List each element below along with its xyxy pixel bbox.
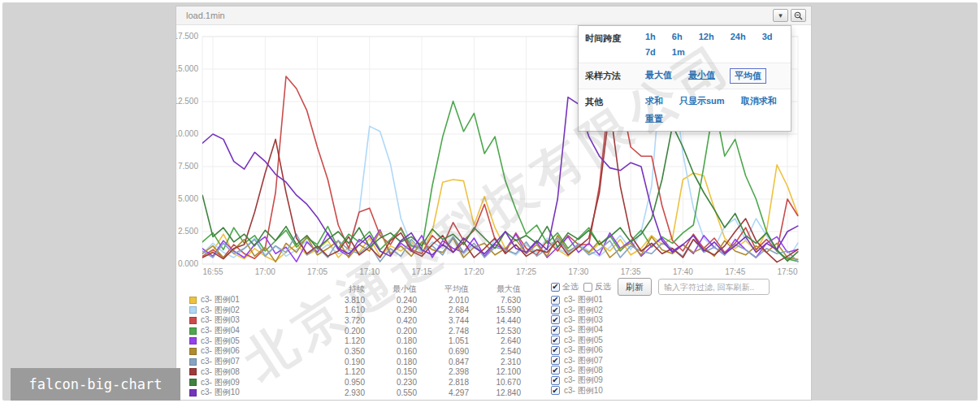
svg-text:17:00: 17:00: [255, 267, 275, 276]
series-checkbox[interactable]: ✔: [551, 386, 560, 395]
series-name: c3- 图例10: [201, 387, 240, 398]
legend-row: c3- 图例033.7200.4203.74414.440: [188, 315, 526, 326]
legend-stat-value: 0.350: [318, 347, 370, 356]
series-checkbox[interactable]: ✔: [551, 306, 560, 314]
options-dropdown-button[interactable]: ▾: [773, 9, 788, 22]
legend-stat-value: 3.810: [318, 296, 370, 305]
popover-link-1h[interactable]: 1h: [644, 31, 657, 42]
svg-text:17:50: 17:50: [777, 267, 797, 276]
legend-header-持续: 持续: [318, 284, 370, 295]
legend-stat-value: 0.690: [422, 347, 474, 356]
legend-stat-value: 2.818: [422, 378, 474, 387]
series-checkbox[interactable]: ✔: [551, 336, 560, 344]
legend-stat-value: 0.160: [370, 347, 422, 356]
series-toggle-item: ✔c3- 图例09: [551, 375, 603, 385]
svg-text:5.000: 5.000: [178, 194, 198, 203]
series-toggle-item: ✔c3- 图例10: [551, 386, 603, 396]
legend-stat-value: 0.180: [370, 336, 422, 345]
series-color-swatch: [189, 348, 197, 355]
popover-link-12h[interactable]: 12h: [697, 31, 716, 42]
series-checkbox[interactable]: ✔: [551, 366, 560, 375]
zoom-button[interactable]: [791, 9, 806, 22]
popover-link-只显示sum[interactable]: 只显示sum: [678, 94, 726, 108]
popover-row-1: 采样方法最大值最小值平均值: [579, 63, 791, 89]
series-toggle-item: ✔c3- 图例03: [551, 315, 603, 325]
svg-text:15.000: 15.000: [176, 64, 198, 73]
series-checkbox[interactable]: ✔: [551, 346, 560, 355]
legend-stat-value: 0.420: [370, 316, 422, 325]
series-toggle-item: ✔c3- 图例05: [551, 336, 603, 345]
series-checkbox[interactable]: ✔: [551, 376, 560, 385]
legend-stat-value: 0.190: [318, 358, 370, 366]
series-checkbox[interactable]: ✔: [551, 296, 560, 305]
svg-text:17:40: 17:40: [673, 267, 693, 276]
legend-name-cell: c3- 图例10: [188, 387, 318, 398]
series-color-swatch: [189, 317, 197, 324]
popover-link-重置[interactable]: 重置: [644, 112, 665, 126]
legend-stat-value: 4.297: [422, 388, 474, 397]
svg-text:17:05: 17:05: [307, 267, 327, 276]
legend-stat-value: 0.230: [370, 378, 422, 387]
legend-stat-value: 0.180: [370, 358, 422, 366]
popover-link-最大值[interactable]: 最大值: [644, 68, 674, 84]
popover-links: 1h6h12h24h3d7d1m: [644, 31, 784, 58]
popover-link-3d[interactable]: 3d: [761, 31, 774, 42]
legend-stat-value: 0.290: [370, 306, 422, 314]
popover-link-1m[interactable]: 1m: [670, 46, 687, 58]
series-toggle-item: ✔c3- 图例02: [551, 305, 603, 314]
popover-link-取消求和[interactable]: 取消求和: [739, 94, 778, 108]
svg-text:17:10: 17:10: [359, 267, 379, 276]
svg-text:17:45: 17:45: [725, 267, 745, 276]
legend-stat-value: 3.744: [422, 316, 474, 325]
filter-input[interactable]: [658, 279, 770, 295]
legend-row: c3- 图例051.1200.1801.0512.640: [188, 336, 526, 346]
svg-text:17:35: 17:35: [621, 267, 641, 276]
svg-text:17.500: 17.500: [176, 32, 198, 41]
series-color-swatch: [189, 368, 197, 375]
series-checkbox[interactable]: ✔: [551, 315, 560, 324]
series-checkbox[interactable]: ✔: [551, 326, 560, 335]
popover-row-0: 时间跨度1h6h12h24h3d7d1m: [579, 26, 791, 63]
legend-header-最大值: 最大值: [474, 284, 526, 295]
legend-stat-value: 15.590: [474, 306, 526, 314]
chart-name-label: falcon-big-chart: [11, 368, 180, 401]
invert-selection-checkbox[interactable]: ✔: [583, 283, 592, 292]
legend-stat-value: 2.540: [474, 347, 526, 356]
svg-text:0.000: 0.000: [178, 259, 198, 268]
refresh-button[interactable]: 刷新: [618, 278, 652, 296]
counter-title: load.1min: [186, 11, 770, 20]
chart-options-popover: 时间跨度1h6h12h24h3d7d1m采样方法最大值最小值平均值其他求和只显示…: [578, 25, 791, 132]
series-controls: ✔ 全选 ✔ 反选 刷新: [551, 278, 770, 296]
legend-stat-value: 3.720: [318, 316, 370, 325]
legend-stat-value: 12.530: [474, 327, 526, 336]
svg-text:17:30: 17:30: [568, 267, 588, 276]
svg-text:10.000: 10.000: [176, 129, 198, 138]
legend-stat-value: 10.670: [474, 378, 526, 387]
series-toggle-item: ✔c3- 图例04: [551, 325, 603, 335]
popover-link-24h[interactable]: 24h: [729, 31, 748, 42]
svg-text:17:15: 17:15: [412, 267, 432, 276]
series-color-swatch: [189, 337, 197, 344]
popover-row-label: 其他: [585, 94, 644, 126]
legend-stat-value: 0.847: [422, 358, 474, 366]
popover-link-最小值[interactable]: 最小值: [687, 68, 717, 84]
popover-link-7d[interactable]: 7d: [644, 46, 657, 58]
popover-link-平均值[interactable]: 平均值: [730, 68, 766, 84]
series-toggle-item: ✔c3- 图例07: [551, 355, 603, 365]
legend-row: c3- 图例060.3500.1600.6902.540: [188, 346, 526, 357]
legend-stat-value: 2.640: [474, 336, 526, 345]
popover-link-求和[interactable]: 求和: [644, 94, 665, 108]
series-toggle-item: ✔c3- 图例01: [551, 295, 603, 305]
series-color-swatch: [189, 327, 197, 335]
caret-down-icon: ▾: [778, 11, 783, 20]
legend-row: c3- 图例021.6100.2902.68415.590: [188, 305, 526, 315]
select-all-checkbox[interactable]: ✔: [551, 283, 560, 292]
legend-stat-value: 2.398: [422, 367, 474, 376]
popover-link-6h[interactable]: 6h: [670, 31, 684, 42]
legend-row: c3- 图例070.1900.1800.8472.310: [188, 357, 526, 367]
chart-panel: load.1min ▾ 0.0002.5005.0007.50010.00012…: [176, 6, 812, 401]
series-toggle-item: ✔c3- 图例08: [551, 366, 603, 375]
legend-stat-value: 2.010: [422, 296, 474, 305]
series-checkbox[interactable]: ✔: [551, 356, 560, 365]
series-toggle-item: ✔c3- 图例06: [551, 345, 603, 355]
